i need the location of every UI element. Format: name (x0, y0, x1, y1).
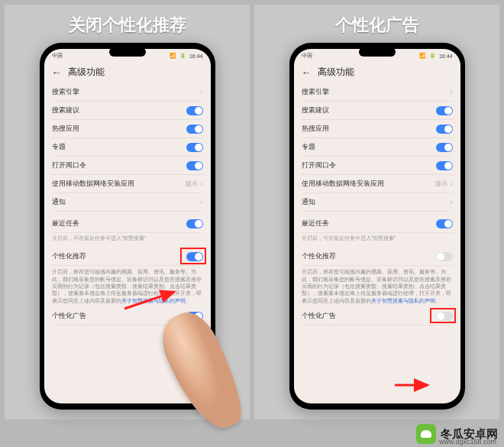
toggle-search-suggest[interactable] (186, 106, 203, 115)
row-mobile-data[interactable]: 使用移动数据网络安装应用 提示 › (52, 175, 203, 193)
battery-icon: 🔋 (429, 53, 436, 59)
row-personal-rec[interactable]: 个性化推荐 (302, 248, 453, 266)
clock-label: 16:44 (439, 53, 453, 59)
toggle-personal-ads[interactable] (186, 312, 203, 321)
phone-frame-left: 中国 📶 🔋 16:44 ← 高级功能 搜索引擎 › (40, 43, 215, 410)
toggle-open-screen[interactable] (436, 161, 453, 170)
row-hot-search[interactable]: 热搜应用 (52, 120, 203, 138)
page-title: 高级功能 (68, 66, 105, 79)
row-mobile-data[interactable]: 使用移动数据网络安装应用 提示 › (302, 175, 453, 193)
row-open-screen[interactable]: 打开闻口令 (302, 157, 453, 175)
row-open-screen[interactable]: 打开闻口令 (52, 157, 203, 175)
android-logo-icon (416, 424, 436, 444)
panel-title-left: 关闭个性化推荐 (69, 14, 186, 37)
settings-list: 搜索引擎 › 搜索建议 热搜应用 专题 (294, 83, 460, 326)
chevron-right-icon: › (450, 180, 452, 188)
toggle-personal-rec[interactable] (436, 252, 453, 261)
chevron-right-icon: › (450, 198, 452, 206)
watermark-text: 冬瓜安卓网 (441, 427, 498, 442)
phone-frame-right: 中国 📶 🔋 16:44 ← 高级功能 搜索引擎 › (289, 43, 465, 410)
personal-rec-desc: 开启后，推荐您可能感兴趣的视频、应用、资讯、服务等。为此，我们将采集您的帐号信息… (302, 266, 453, 307)
toggle-personal-rec[interactable] (186, 252, 203, 261)
panel-title-right: 个性化广告 (335, 14, 419, 37)
mobile-data-hint: 提示 › (186, 180, 202, 188)
toggle-special[interactable] (436, 143, 453, 152)
page-header: ← 高级功能 (294, 63, 460, 83)
screen-right: 中国 📶 🔋 16:44 ← 高级功能 搜索引擎 › (294, 49, 460, 403)
row-notification[interactable]: 通知 › (302, 193, 453, 212)
privacy-link[interactable]: 关于智慧搜索与隐私的声明 (371, 298, 435, 303)
recent-tasks-sub: 开启后，可在最近任务中进入"智慧搜索" (302, 233, 453, 245)
settings-list: 搜索引擎 › 搜索建议 热搜应用 专题 (44, 83, 211, 326)
personal-rec-desc: 开启后，推荐您可能感兴趣的视频、应用、资讯、服务等。为此，我们将采集您的帐号信息… (52, 266, 203, 307)
watermark: 冬瓜安卓网 (416, 424, 498, 444)
page-title: 高级功能 (318, 66, 354, 79)
comparison-panels: 关闭个性化推荐 中国 📶 🔋 16:44 ← 高级功能 (0, 0, 504, 424)
toggle-hot-search[interactable] (436, 125, 453, 134)
carrier-label: 中国 (52, 52, 63, 60)
privacy-link[interactable]: 关于智慧搜索与隐私的声明 (121, 298, 186, 303)
screen-left: 中国 📶 🔋 16:44 ← 高级功能 搜索引擎 › (44, 49, 211, 403)
row-search-engine[interactable]: 搜索引擎 › (302, 83, 453, 102)
page-header: ← 高级功能 (44, 63, 211, 83)
toggle-hot-search[interactable] (186, 125, 203, 134)
row-search-engine[interactable]: 搜索引擎 › (52, 83, 203, 102)
panel-left: 关闭个性化推荐 中国 📶 🔋 16:44 ← 高级功能 (5, 5, 250, 419)
back-icon[interactable]: ← (302, 66, 312, 78)
chevron-right-icon: › (200, 88, 202, 96)
row-search-suggest[interactable]: 搜索建议 (52, 102, 203, 120)
recent-tasks-sub: 开启后，可在最近任务中进入"智慧搜索" (52, 233, 203, 245)
panel-right: 个性化广告 中国 📶 🔋 16:44 ← 高级功能 (254, 5, 499, 419)
row-personal-ads[interactable]: 个性化广告 (302, 307, 453, 326)
row-hot-search[interactable]: 热搜应用 (302, 120, 453, 138)
row-personal-rec[interactable]: 个性化推荐 (52, 248, 203, 266)
chevron-right-icon: › (200, 198, 202, 206)
signal-icon: 📶 (419, 53, 426, 59)
row-personal-ads[interactable]: 个性化广告 (52, 307, 203, 326)
row-search-suggest[interactable]: 搜索建议 (302, 102, 453, 120)
toggle-search-suggest[interactable] (436, 106, 453, 115)
clock-label: 16:44 (189, 53, 203, 59)
camera-cutout (359, 47, 396, 57)
row-recent-tasks[interactable]: 最近任务 (52, 215, 203, 233)
toggle-personal-ads[interactable] (436, 312, 453, 321)
row-recent-tasks[interactable]: 最近任务 (302, 215, 453, 233)
toggle-recent-tasks[interactable] (436, 219, 453, 228)
signal-icon: 📶 (170, 53, 176, 59)
row-notification[interactable]: 通知 › (52, 193, 203, 212)
battery-icon: 🔋 (179, 53, 186, 59)
row-special[interactable]: 专题 (302, 138, 453, 157)
camera-cutout (109, 47, 146, 57)
carrier-label: 中国 (302, 52, 312, 60)
toggle-open-screen[interactable] (186, 161, 203, 170)
arrow-annotation-right (393, 377, 435, 393)
toggle-recent-tasks[interactable] (186, 219, 203, 228)
mobile-data-hint: 提示 › (435, 180, 452, 188)
row-special[interactable]: 专题 (52, 138, 203, 157)
back-icon[interactable]: ← (52, 66, 62, 78)
chevron-right-icon: › (200, 180, 202, 188)
toggle-special[interactable] (186, 143, 203, 152)
chevron-right-icon: › (450, 88, 452, 96)
